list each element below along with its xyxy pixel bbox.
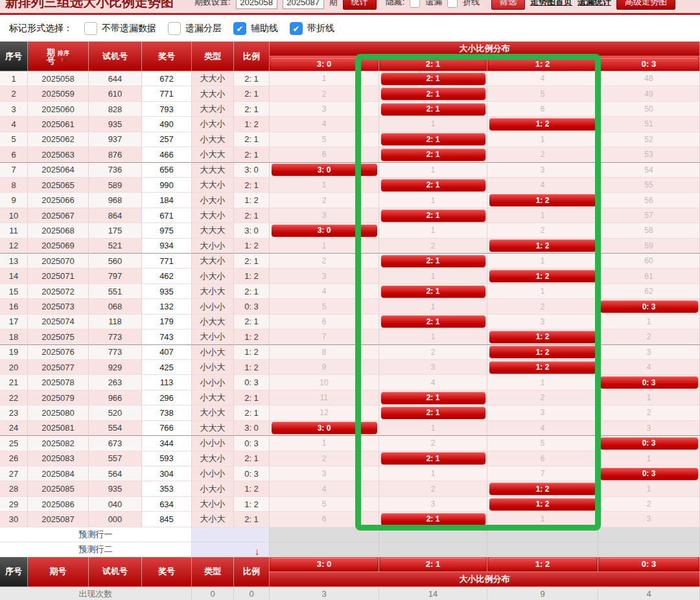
option-no-omission[interactable]: ✔ 不带遗漏数据 — [84, 22, 156, 35]
ratio-pill: 2: 1 — [381, 407, 485, 419]
hide-omission-label: 遗漏 — [425, 0, 442, 8]
type-cell: 小大大 — [192, 132, 234, 147]
link-trend-home[interactable]: 走势图首页 — [530, 0, 572, 8]
prize-number-cell: 672 — [142, 71, 192, 86]
period-to-input[interactable] — [283, 0, 324, 9]
row-index-cell: 28 — [0, 481, 28, 496]
table-row: 242025081554766大大大3: 03: 0143 — [0, 421, 700, 436]
dist-cell: 2 — [598, 405, 700, 420]
table-row: 162025073068132小小小0: 35120: 3 — [0, 299, 700, 314]
footer-ratio-0-3: 0: 3 — [598, 557, 700, 572]
prediction-input-cell[interactable] — [192, 527, 270, 542]
dist-cell: 6 — [270, 147, 379, 162]
hide-line-checkbox[interactable] — [447, 0, 458, 8]
period-cell: 2025087 — [28, 512, 89, 527]
link-omission-stats[interactable]: 遗漏统计 — [578, 0, 611, 8]
checkbox-icon[interactable]: ✔ — [84, 22, 97, 35]
prediction-dist-cell — [270, 527, 379, 542]
prize-number-cell: 425 — [142, 360, 192, 375]
hide-omission-checkbox[interactable] — [410, 0, 420, 8]
ratio-pill: 1: 2 — [489, 331, 596, 343]
option-polyline[interactable]: ✔ 带折线 — [290, 22, 334, 35]
dist-cell: 1 — [270, 239, 379, 254]
checkbox-icon[interactable]: ✔ — [233, 22, 246, 35]
occurrence-counts-label: 出现次数 — [0, 587, 192, 600]
omission-count: 3 — [322, 469, 327, 478]
ratio-pill: 1: 2 — [489, 483, 596, 495]
filter-button[interactable]: 筛选 — [491, 0, 525, 10]
type-cell: 小大大 — [192, 315, 234, 330]
omission-count: 58 — [644, 226, 653, 235]
ratio-cell: 0: 3 — [234, 375, 270, 390]
omission-count: 12 — [320, 408, 328, 417]
table-row: 192025076773407小小大1: 2821: 23 — [0, 345, 700, 360]
ratio-cell: 1: 2 — [234, 360, 270, 375]
omission-count: 6 — [541, 104, 545, 114]
dist-cell: 2 — [487, 299, 598, 314]
type-cell: 小大大 — [192, 147, 234, 162]
dist-cell: 2: 1 — [379, 178, 487, 193]
prize-number-cell: 184 — [142, 193, 192, 208]
scroll-down-arrow-icon[interactable]: ↓ — [255, 546, 260, 557]
prediction-dist-cell — [270, 542, 379, 557]
type-cell: 小小小 — [192, 375, 234, 390]
dist-cell: 0: 3 — [598, 299, 700, 314]
omission-count: 1 — [541, 135, 545, 144]
ratio-cell: 2: 1 — [234, 254, 270, 269]
dist-cell: 0: 3 — [598, 375, 700, 390]
count-1-2: 9 — [487, 587, 598, 600]
row-index-cell: 11 — [0, 223, 28, 238]
dist-cell: 3 — [270, 466, 379, 481]
period-from-input[interactable] — [236, 0, 277, 9]
ratio-pill: 2: 1 — [381, 315, 485, 328]
prize-number-cell: 257 — [142, 132, 192, 147]
omission-count: 1 — [431, 302, 436, 311]
dist-cell: 1 — [487, 375, 598, 390]
period-cell: 2025075 — [28, 330, 89, 344]
ratio-pill: 2: 1 — [381, 285, 485, 298]
test-number-cell: 935 — [89, 481, 142, 496]
sort-control[interactable]: 排序 ↑↓ — [58, 50, 69, 63]
prediction-row-label: 预测行二 — [0, 542, 192, 557]
ratio-pill: 0: 3 — [600, 437, 698, 450]
prediction-row-1: 预测行一 — [0, 527, 700, 542]
row-index-cell: 16 — [0, 299, 28, 314]
option-omission-layers[interactable]: ✔ 遗漏分层 — [168, 22, 222, 35]
ratio-pill: 2: 1 — [381, 513, 485, 525]
period-cell: 2025058 — [28, 71, 89, 86]
dist-cell: 2 — [379, 436, 487, 451]
omission-count: 7 — [322, 332, 327, 341]
type-cell: 大小小 — [192, 497, 234, 512]
prediction-row-label: 预测行一 — [0, 527, 192, 542]
dist-cell: 4 — [270, 481, 379, 496]
test-number-cell: 736 — [89, 163, 142, 178]
table-row: 202025077929425小小大1: 2931: 24 — [0, 360, 700, 375]
prize-number-cell: 671 — [142, 208, 192, 223]
omission-count: 1 — [647, 393, 651, 402]
ratio-pill: 0: 3 — [600, 468, 698, 480]
row-index-cell: 7 — [0, 163, 28, 178]
advanced-chart-button[interactable]: 高级走势图 — [616, 0, 675, 10]
prize-number-cell: 793 — [142, 102, 192, 117]
header-period[interactable]: 期号 排序 ↑↓ — [28, 42, 89, 71]
dist-cell: 5 — [270, 132, 379, 147]
test-number-cell: 118 — [89, 315, 142, 330]
stats-button[interactable]: 统计 — [343, 0, 377, 10]
prize-number-cell: 344 — [142, 436, 192, 451]
prize-number-cell: 132 — [142, 299, 192, 314]
option-guide-lines[interactable]: ✔ 辅助线 — [233, 22, 278, 35]
omission-count: 1 — [431, 119, 436, 128]
dist-cell: 4 — [270, 117, 379, 132]
ratio-cell: 2: 1 — [234, 86, 270, 101]
dist-cell: 2 — [379, 481, 487, 496]
prize-number-cell: 304 — [142, 466, 192, 481]
table-row: 142025071797462小大小1: 2311: 261 — [0, 269, 700, 283]
period-cell: 2025074 — [28, 315, 89, 330]
ratio-cell: 0: 3 — [234, 299, 270, 314]
sort-arrows-icon[interactable]: ↑↓ — [61, 56, 67, 63]
dist-cell: 5 — [270, 497, 379, 512]
checkbox-icon[interactable]: ✔ — [290, 22, 303, 35]
prize-number-cell: 990 — [142, 178, 192, 193]
row-index-cell: 22 — [0, 390, 28, 405]
checkbox-icon[interactable]: ✔ — [168, 22, 181, 35]
